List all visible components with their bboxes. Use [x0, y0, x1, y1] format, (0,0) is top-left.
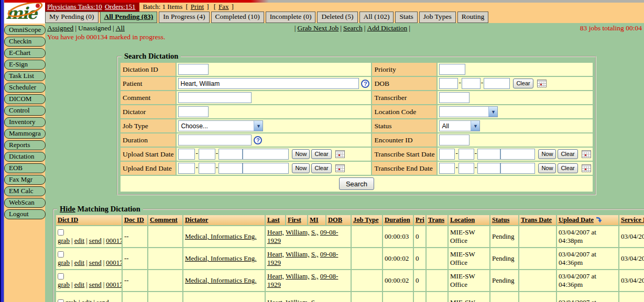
orders-link[interactable]: Orders:151: [105, 3, 136, 10]
add-dictation-link[interactable]: Add Dictation: [367, 24, 407, 32]
col-duration[interactable]: Duration: [385, 216, 410, 223]
col-service-date[interactable]: Service Date: [621, 216, 644, 223]
job-type-select[interactable]: Choose...▼: [178, 120, 263, 131]
transcribe-end-year-input[interactable]: [439, 163, 455, 174]
col-comment[interactable]: Comment: [150, 216, 178, 223]
patient-help-icon[interactable]: ?: [361, 80, 369, 88]
grab-link[interactable]: grab: [58, 259, 70, 266]
row-select-checkbox[interactable]: [58, 251, 64, 258]
patient-last-link[interactable]: Heart,: [267, 228, 284, 236]
col-pri[interactable]: Pri: [416, 216, 424, 223]
patient-first-link[interactable]: William,: [286, 250, 309, 258]
status-select[interactable]: All▼: [439, 120, 480, 131]
patient-mi-link[interactable]: S.,: [311, 272, 319, 280]
upload-end-year-input[interactable]: [178, 163, 195, 174]
patient-last-link[interactable]: Heart,: [267, 298, 284, 302]
dictation-id-input[interactable]: [178, 64, 209, 75]
patient-mi-link[interactable]: S.,: [311, 250, 319, 258]
edit-link[interactable]: edit: [74, 237, 85, 244]
upload-start-year-input[interactable]: [178, 149, 195, 160]
transcribe-start-day-input[interactable]: [477, 149, 500, 160]
encounter-id-input[interactable]: [439, 135, 470, 146]
grab-link[interactable]: grab: [58, 237, 70, 244]
edit-link[interactable]: edit: [74, 259, 85, 266]
upload-start-time-input[interactable]: [243, 149, 289, 160]
upload-end-month-input[interactable]: [199, 163, 215, 174]
send-link[interactable]: send: [89, 281, 102, 288]
grab-next-job-link[interactable]: Grab Next Job: [298, 24, 339, 32]
transcriber-input[interactable]: [439, 92, 470, 103]
tab-stats[interactable]: Stats: [395, 12, 417, 23]
sidebar-item-em-calc[interactable]: EM Calc: [4, 186, 46, 196]
grab-link[interactable]: grab: [65, 298, 77, 302]
patient-last-link[interactable]: Heart,: [267, 250, 284, 258]
filter-all-link[interactable]: All: [116, 24, 125, 32]
col-trans-date[interactable]: Trans Date: [521, 216, 552, 223]
transcribe-end-clear-button[interactable]: Clear: [558, 163, 577, 173]
col-mi[interactable]: MI: [310, 216, 319, 223]
upload-start-clear-button[interactable]: Clear: [311, 149, 331, 159]
col-location[interactable]: Location: [450, 216, 475, 223]
upload-end-day-input[interactable]: [219, 163, 243, 174]
tab-in-progress[interactable]: In Progress (4): [159, 12, 209, 23]
sidebar-item-echart[interactable]: E-Chart: [4, 48, 46, 58]
tab-incomplete[interactable]: Incomplete (0): [266, 12, 316, 23]
upload-start-now-button[interactable]: Now: [292, 149, 310, 159]
sidebar-item-omniscope[interactable]: OmniScope: [4, 25, 46, 35]
send-link[interactable]: send: [96, 298, 109, 302]
priority-input[interactable]: [439, 64, 465, 75]
col-upload-date[interactable]: Upload Date: [559, 216, 594, 223]
dob-calendar-icon[interactable]: [537, 80, 547, 87]
col-dict-id[interactable]: Dict ID: [58, 216, 78, 223]
col-status[interactable]: Status: [492, 216, 509, 223]
sidebar-item-dictation[interactable]: Dictation: [4, 152, 46, 162]
upload-end-now-button[interactable]: Now: [292, 163, 310, 173]
duration-help-icon[interactable]: ?: [254, 136, 262, 144]
hide-results-link[interactable]: Hide: [60, 205, 75, 213]
fax-link[interactable]: Fax: [219, 3, 229, 10]
dictator-link[interactable]: Medical, Informatics Eng.: [185, 276, 256, 284]
transcribe-start-month-input[interactable]: [459, 149, 474, 160]
physicians-tasks-link[interactable]: Physicians Tasks:10: [47, 3, 102, 10]
sidebar-item-webscan[interactable]: WebScan: [4, 198, 46, 208]
duration-input[interactable]: [178, 135, 252, 146]
upload-end-time-input[interactable]: [243, 163, 289, 174]
col-job-type[interactable]: Job Type: [353, 216, 379, 223]
dob-month-input[interactable]: [462, 78, 481, 89]
tab-all[interactable]: All (102): [359, 12, 394, 23]
transcribe-end-month-input[interactable]: [459, 163, 474, 174]
dob-day-input[interactable]: [484, 78, 510, 89]
row-select-checkbox[interactable]: [58, 299, 64, 302]
upload-start-calendar-icon[interactable]: [335, 150, 345, 158]
patient-first-link[interactable]: William,: [286, 272, 309, 280]
tab-all-pending[interactable]: All Pending (83): [100, 12, 158, 23]
sidebar-item-scheduler[interactable]: Scheduler: [4, 83, 46, 93]
sidebar-item-reports[interactable]: Reports: [4, 140, 46, 150]
dict-id-link[interactable]: 000173: [106, 281, 122, 288]
col-first[interactable]: First: [288, 216, 301, 223]
upload-start-day-input[interactable]: [219, 149, 243, 160]
comment-input[interactable]: [178, 92, 252, 103]
tab-routing[interactable]: Routing: [457, 12, 489, 23]
send-link[interactable]: send: [89, 259, 102, 266]
edit-link[interactable]: edit: [74, 281, 85, 288]
transcribe-start-calendar-icon[interactable]: [582, 150, 591, 158]
patient-input[interactable]: [178, 78, 359, 89]
print-link[interactable]: Print: [191, 3, 204, 10]
patient-mi-link[interactable]: S.,: [311, 298, 319, 302]
filter-unassigned[interactable]: Unassigned: [78, 24, 111, 32]
transcribe-end-calendar-icon[interactable]: [582, 164, 591, 172]
dict-id-link[interactable]: 000174: [106, 259, 122, 266]
tab-deleted[interactable]: Deleted (5): [317, 12, 357, 23]
location-code-select[interactable]: ▼: [439, 106, 498, 117]
patient-last-link[interactable]: Heart,: [267, 272, 284, 280]
sidebar-item-inventory[interactable]: Inventory: [4, 117, 46, 127]
col-last[interactable]: Last: [267, 216, 280, 223]
transcribe-start-year-input[interactable]: [439, 149, 455, 160]
search-link[interactable]: Search: [343, 24, 363, 32]
mie-logo[interactable]: mie: [4, 3, 45, 24]
filter-assigned-link[interactable]: Assigned: [47, 24, 73, 32]
sidebar-item-checkin[interactable]: Checkin: [4, 37, 46, 47]
grab-link[interactable]: grab: [58, 281, 70, 288]
sidebar-item-fax-mgr[interactable]: Fax Mgr: [4, 175, 46, 185]
